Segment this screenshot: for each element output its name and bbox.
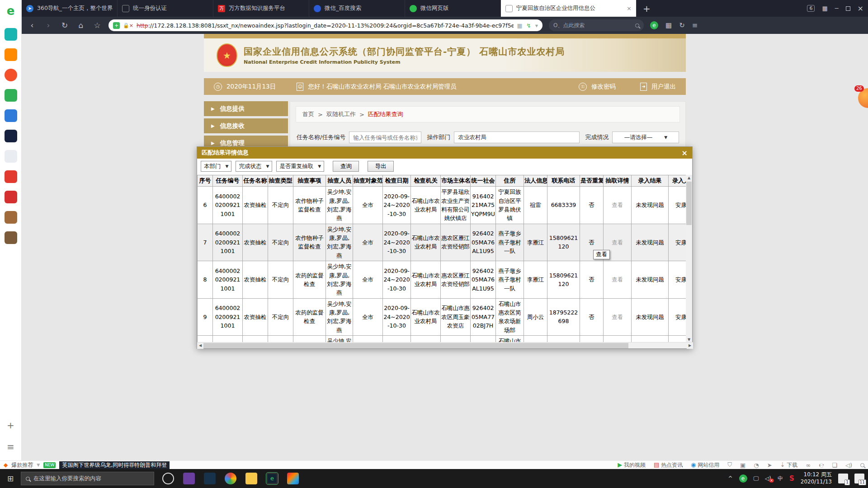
hot-news-link[interactable]: 热点资讯 [661,462,683,468]
view-detail-link[interactable]: 查看 [604,298,632,336]
speed-mode-icon[interactable]: ↯ [526,22,531,29]
search-icon[interactable] [635,23,639,28]
window-close-button[interactable]: × [858,4,863,13]
start-button[interactable]: ⊞ [0,474,21,483]
notification-doc-icon[interactable]: 1 [838,474,848,483]
taskbar-clock[interactable]: 10:12 周五 2020/11/13 [801,471,832,485]
promo-label[interactable]: 爆款推荐 [11,461,33,469]
security-shield-icon[interactable]: + [113,22,120,29]
qr-code-icon[interactable]: ▦ [517,22,522,29]
gauge-icon[interactable]: ◔ [754,462,759,469]
speaker-icon[interactable]: ◁) [845,462,852,469]
tab-close-icon[interactable]: × [627,5,632,12]
action-center-icon[interactable]: 11 [854,474,864,483]
query-button[interactable]: 查询 [333,161,359,172]
status-select[interactable]: —请选择— ▼ [612,131,679,143]
mail-app-icon[interactable] [5,89,17,102]
notes-app-icon[interactable] [5,150,17,163]
app-icon-purple[interactable] [183,473,195,484]
modal-close-icon[interactable]: × [682,149,688,157]
chrome-icon[interactable] [225,473,236,484]
app-icon-dark[interactable] [204,473,216,484]
repeat-draw-select[interactable]: 是否重复抽取 ▼ [276,161,324,172]
download-link[interactable]: 下载 [787,462,797,468]
ime-indicator[interactable]: 中 [778,475,783,483]
image-icon[interactable]: ▣ [740,462,745,469]
game2-app-icon[interactable] [5,231,17,244]
forward-button[interactable]: › [43,21,53,30]
back-button[interactable]: ‹ [27,21,37,30]
novel-app-icon[interactable] [5,170,17,183]
tray-360-icon[interactable]: e [739,474,747,483]
view-detail-link[interactable]: 查看 [604,261,632,299]
history-restore-icon[interactable]: ↻ [679,21,685,29]
new-tab-button[interactable]: + [637,0,657,17]
scroll-right-icon[interactable]: ▶ [687,343,693,349]
sidebar-item-info-receive[interactable]: ▶ 信息接收 [204,118,288,133]
cortana-icon[interactable] [162,473,174,484]
tab-360-nav[interactable]: ➤ 360导航_一个主页，整个世界 [22,0,118,17]
dept-input[interactable] [454,131,580,143]
logout-link[interactable]: 用户退出 [651,83,676,91]
floating-promo-widget[interactable]: 26 [858,88,868,108]
tray-expand-icon[interactable]: ^ [728,475,732,482]
site-credit-link[interactable]: 网站信用 [698,462,719,468]
tab-ningxia-credit-active[interactable]: 宁夏回族自治区企业信用信息公 × [501,0,637,17]
finish-status-select[interactable]: 完成状态 ▼ [236,161,272,172]
qa-app-icon[interactable] [5,130,17,142]
browser-360-taskbar-icon[interactable]: e [266,473,278,484]
add-app-button[interactable]: + [7,420,14,431]
tab-identity-auth[interactable]: 统一身份认证 [118,0,213,17]
recent-tabs-icon[interactable]: ▦ [822,5,827,12]
view-detail-link[interactable]: 查看 [604,187,632,224]
file-explorer-icon[interactable] [245,473,257,484]
muted-speaker-icon[interactable]: ◁) [765,475,771,482]
horizontal-scrollbar[interactable]: ◀ ▶ [197,342,693,348]
horizontal-scroll-thumb[interactable] [203,343,628,348]
home-button[interactable]: ⌂ [76,21,86,30]
favorites-star-icon[interactable] [5,48,17,61]
video-app-icon[interactable] [5,69,17,81]
refresh-button[interactable]: ↻ [60,21,70,30]
browser-account-icon[interactable]: e [650,21,658,29]
link-icon[interactable]: ∞ [806,462,811,469]
breadcrumb-home[interactable]: 首页 [302,110,314,118]
sogou-icon[interactable]: S [789,474,794,483]
address-bar[interactable]: + 🔒× http://172.28.128.138:8081/ssxt_nx/… [108,19,542,31]
chevron-down-icon[interactable]: ▼ [37,463,40,467]
app-icon-colorful[interactable] [287,473,299,484]
dept-scope-select[interactable]: 本部门 ▼ [201,161,231,172]
network-icon[interactable]: 🖵 [754,475,759,482]
window-maximize-button[interactable] [846,6,850,11]
tab-count-badge[interactable]: 6 [807,5,815,12]
my-videos-link[interactable]: 我的视频 [624,462,646,468]
chat-app-icon[interactable] [5,28,17,41]
sidebar-item-info-provide[interactable]: ▶ 信息提供 [204,101,288,116]
news-headline-link[interactable]: 英国阁下世界级乌龙,同时得罪特朗普和拜登 [59,461,170,469]
task-search-input[interactable] [349,131,421,143]
scroll-up-icon[interactable]: ▲ [686,175,692,181]
vertical-scroll-thumb[interactable] [686,182,692,225]
breadcrumb-level2[interactable]: 双随机工作 [326,110,356,118]
tab-wechat-web[interactable]: 微信网页版 [405,0,501,17]
browser-e-icon[interactable]: ℮ [819,462,824,469]
rocket-icon[interactable]: ➤ [767,462,772,469]
window-icon[interactable]: ❏ [832,462,837,469]
bookmark-star-button[interactable]: ☆ [92,21,102,30]
window-minimize-button[interactable]: ─ [835,5,839,12]
welfare-app-icon[interactable] [5,191,17,203]
browser-search-box[interactable]: O、点此搜索 [549,19,644,31]
tab-baidu-search[interactable]: 微信_百度搜索 [309,0,405,17]
game-app-icon[interactable] [5,211,17,224]
strip-menu-button[interactable]: ≡ [7,441,14,452]
export-button[interactable]: 导出 [368,161,394,172]
url-dropdown-icon[interactable]: ▾ [535,22,538,29]
taskbar-search-box[interactable]: 在这里输入你要搜索的内容 [21,472,154,485]
search-icon[interactable] [860,463,864,467]
shield-icon[interactable]: ⛉ [727,461,732,469]
vertical-scrollbar[interactable]: ▲ ▼ [686,175,692,343]
change-password-link[interactable]: 修改密码 [591,83,616,91]
apps-grid-icon[interactable]: ▦ [665,21,672,29]
scroll-left-icon[interactable]: ◀ [197,343,203,349]
browser-menu-icon[interactable]: ≡ [692,21,698,29]
